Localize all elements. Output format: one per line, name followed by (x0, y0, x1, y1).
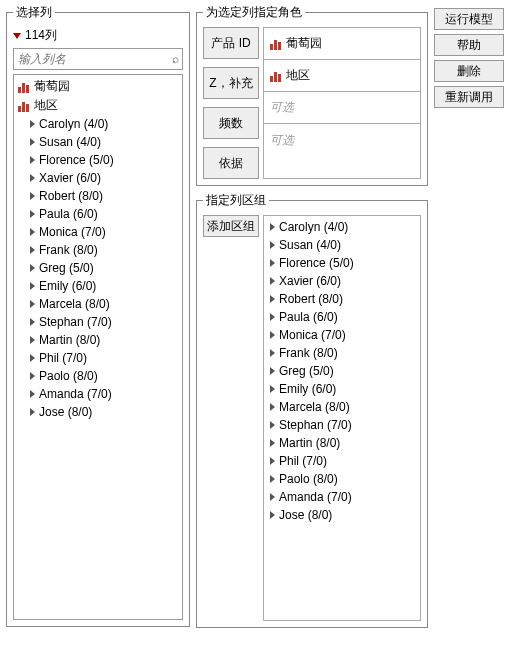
column-item[interactable]: Marcela (8/0) (16, 295, 180, 313)
column-item[interactable]: Emily (6/0) (16, 277, 180, 295)
search-input[interactable] (13, 48, 183, 70)
z-supplement-button[interactable]: Z，补充 (203, 67, 259, 99)
column-item-label: Marcela (8/0) (39, 295, 110, 313)
select-columns-panel: 选择列 114列 ⌕ 葡萄园地区Carolyn (4/0)Susan (4/0)… (6, 4, 190, 627)
product-id-slot-value: 葡萄园 (286, 35, 322, 52)
group-list[interactable]: Carolyn (4/0)Susan (4/0)Florence (5/0)Xa… (263, 215, 421, 621)
group-item[interactable]: Carolyn (4/0) (266, 218, 418, 236)
group-item[interactable]: Emily (6/0) (266, 380, 418, 398)
group-item-label: Xavier (6/0) (279, 272, 341, 290)
expand-triangle-icon (30, 300, 35, 308)
expand-triangle-icon (270, 331, 275, 339)
column-item-label: Paula (6/0) (39, 205, 98, 223)
column-item[interactable]: Paula (6/0) (16, 205, 180, 223)
group-item[interactable]: Frank (8/0) (266, 344, 418, 362)
help-button[interactable]: 帮助 (434, 34, 504, 56)
product-id-slot[interactable]: 葡萄园 (264, 28, 420, 60)
group-item-label: Florence (5/0) (279, 254, 354, 272)
expand-triangle-icon (270, 277, 275, 285)
column-item[interactable]: Florence (5/0) (16, 151, 180, 169)
z-supplement-slot[interactable]: 地区 (264, 60, 420, 92)
column-item[interactable]: Stephan (7/0) (16, 313, 180, 331)
recall-button[interactable]: 重新调用 (434, 86, 504, 108)
group-item[interactable]: Greg (5/0) (266, 362, 418, 380)
group-item[interactable]: Paula (6/0) (266, 308, 418, 326)
column-item-label: Robert (8/0) (39, 187, 103, 205)
column-item[interactable]: Carolyn (4/0) (16, 115, 180, 133)
group-item[interactable]: Florence (5/0) (266, 254, 418, 272)
column-group-header[interactable]: 地区 (16, 96, 180, 115)
group-item-label: Susan (4/0) (279, 236, 341, 254)
expand-triangle-icon (30, 354, 35, 362)
column-item[interactable]: Jose (8/0) (16, 403, 180, 421)
column-item[interactable]: Xavier (6/0) (16, 169, 180, 187)
column-item[interactable]: Greg (5/0) (16, 259, 180, 277)
column-item[interactable]: Frank (8/0) (16, 241, 180, 259)
group-item[interactable]: Monica (7/0) (266, 326, 418, 344)
group-item-label: Paolo (8/0) (279, 470, 338, 488)
group-panel: 指定列区组 添加区组 Carolyn (4/0)Susan (4/0)Flore… (196, 192, 428, 628)
product-id-button[interactable]: 产品 ID (203, 27, 259, 59)
column-group-header[interactable]: 葡萄园 (16, 77, 180, 96)
bar-chart-icon (270, 70, 282, 82)
frequency-slot[interactable]: 可选 (264, 92, 420, 124)
column-count-dropdown[interactable]: 114列 (13, 27, 183, 44)
expand-triangle-icon (270, 259, 275, 267)
group-item[interactable]: Amanda (7/0) (266, 488, 418, 506)
column-list[interactable]: 葡萄园地区Carolyn (4/0)Susan (4/0)Florence (5… (13, 74, 183, 620)
group-item[interactable]: Susan (4/0) (266, 236, 418, 254)
by-button[interactable]: 依据 (203, 147, 259, 179)
column-item-label: Florence (5/0) (39, 151, 114, 169)
expand-triangle-icon (270, 313, 275, 321)
run-model-button[interactable]: 运行模型 (434, 8, 504, 30)
expand-triangle-icon (30, 138, 35, 146)
expand-triangle-icon (270, 367, 275, 375)
column-item[interactable]: Robert (8/0) (16, 187, 180, 205)
column-item[interactable]: Monica (7/0) (16, 223, 180, 241)
group-item[interactable]: Martin (8/0) (266, 434, 418, 452)
group-item-label: Martin (8/0) (279, 434, 340, 452)
column-item[interactable]: Amanda (7/0) (16, 385, 180, 403)
delete-button[interactable]: 删除 (434, 60, 504, 82)
group-item[interactable]: Stephan (7/0) (266, 416, 418, 434)
frequency-slot-placeholder: 可选 (270, 99, 294, 116)
group-item[interactable]: Robert (8/0) (266, 290, 418, 308)
column-group-label: 地区 (34, 97, 58, 114)
column-item[interactable]: Susan (4/0) (16, 133, 180, 151)
frequency-button[interactable]: 频数 (203, 107, 259, 139)
expand-triangle-icon (270, 349, 275, 357)
group-item[interactable]: Paolo (8/0) (266, 470, 418, 488)
column-item[interactable]: Martin (8/0) (16, 331, 180, 349)
column-item-label: Paolo (8/0) (39, 367, 98, 385)
column-item-label: Susan (4/0) (39, 133, 101, 151)
column-group-label: 葡萄园 (34, 78, 70, 95)
expand-triangle-icon (30, 336, 35, 344)
roles-title: 为选定列指定角色 (203, 4, 305, 21)
expand-triangle-icon (30, 120, 35, 128)
group-item[interactable]: Xavier (6/0) (266, 272, 418, 290)
expand-triangle-icon (30, 174, 35, 182)
expand-triangle-icon (270, 511, 275, 519)
column-item-label: Phil (7/0) (39, 349, 87, 367)
by-slot[interactable]: 可选 (264, 124, 420, 156)
expand-triangle-icon (30, 156, 35, 164)
column-item[interactable]: Phil (7/0) (16, 349, 180, 367)
column-item-label: Greg (5/0) (39, 259, 94, 277)
group-item[interactable]: Marcela (8/0) (266, 398, 418, 416)
by-slot-placeholder: 可选 (270, 132, 294, 149)
expand-triangle-icon (270, 385, 275, 393)
group-item[interactable]: Phil (7/0) (266, 452, 418, 470)
column-item[interactable]: Paolo (8/0) (16, 367, 180, 385)
expand-triangle-icon (270, 295, 275, 303)
group-item-label: Jose (8/0) (279, 506, 332, 524)
group-item-label: Greg (5/0) (279, 362, 334, 380)
add-group-button[interactable]: 添加区组 (203, 215, 259, 237)
expand-triangle-icon (30, 390, 35, 398)
column-item-label: Jose (8/0) (39, 403, 92, 421)
column-item-label: Amanda (7/0) (39, 385, 112, 403)
bar-chart-icon (18, 81, 30, 93)
column-item-label: Carolyn (4/0) (39, 115, 108, 133)
bar-chart-icon (270, 38, 282, 50)
group-item[interactable]: Jose (8/0) (266, 506, 418, 524)
column-count-label: 114列 (25, 27, 57, 44)
